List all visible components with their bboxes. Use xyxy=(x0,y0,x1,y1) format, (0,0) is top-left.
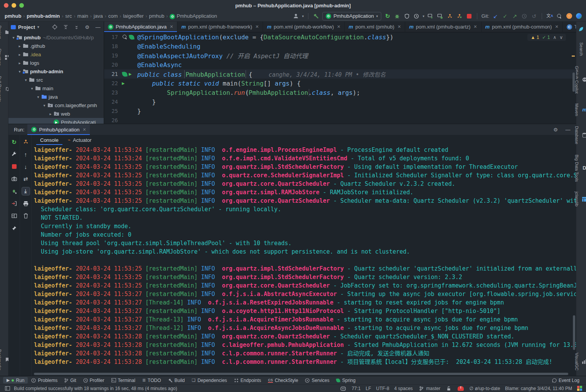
tree-row[interactable]: ▾pmhub-admin xyxy=(8,67,104,76)
thread-dump-camera-icon[interactable] xyxy=(10,175,18,183)
profile-clock-icon[interactable] xyxy=(413,13,420,20)
code-line[interactable]: 18@EnableScheduling xyxy=(104,42,576,51)
tree-chevron-icon[interactable]: ▸ xyxy=(17,44,22,48)
error-cloud-icon[interactable] xyxy=(457,385,464,392)
git-history-icon[interactable] xyxy=(521,13,528,20)
editor-tab[interactable]: mpom.xml (pmhub-quartz)✕ xyxy=(405,22,481,32)
tab-console[interactable]: Console xyxy=(36,135,62,145)
tree-chevron-icon[interactable]: ▾ xyxy=(29,86,35,91)
tab-actuator[interactable]: ⌁Actuator xyxy=(64,135,96,145)
rerun-application-icon[interactable]: ↻ xyxy=(10,138,18,146)
tree-row[interactable]: ▾java xyxy=(8,93,104,101)
code-line[interactable]: 25} xyxy=(104,106,576,116)
code-line[interactable]: 17@SpringBootApplication(exclude = {Data… xyxy=(104,32,576,42)
hide-run-panel-icon[interactable]: — xyxy=(564,126,571,133)
locate-file-icon[interactable] xyxy=(51,24,58,30)
breadcrumb-item[interactable]: pmhub-admin xyxy=(26,13,61,19)
translate-icon[interactable]: 文A xyxy=(546,13,553,20)
editor-tab[interactable]: mpom.xml (pmhub)✕ xyxy=(345,22,405,32)
code-line[interactable]: 19@EnableAspectJAutoProxy // 开启 AspectJ … xyxy=(104,51,576,60)
tree-row[interactable]: ▸.github xyxy=(8,42,104,50)
breadcrumb-item[interactable]: laigeoffer xyxy=(122,13,144,19)
git-branch-widget[interactable]: master xyxy=(418,385,441,392)
coverage-icon[interactable] xyxy=(403,13,410,20)
hide-panel-icon[interactable]: — xyxy=(94,24,101,30)
indent-style[interactable]: 4 spaces xyxy=(394,386,413,391)
close-tab-icon[interactable]: ✕ xyxy=(397,24,401,29)
toolwindow-button-checkstyle[interactable]: CSCheckStyle xyxy=(264,376,301,384)
user-account-icon[interactable] xyxy=(292,13,299,20)
tree-chevron-icon[interactable]: ▾ xyxy=(42,103,47,108)
caret-position[interactable]: 77:1 xyxy=(352,386,360,391)
file-encoding[interactable]: UTF-8 xyxy=(376,386,389,391)
breadcrumb-item[interactable]: com xyxy=(108,13,119,19)
up-stacktrace-icon[interactable]: ↑ xyxy=(22,150,30,158)
unlock-icon[interactable] xyxy=(445,385,452,392)
gutter-search-icon[interactable] xyxy=(122,34,128,40)
git-update-icon[interactable]: ↙ xyxy=(492,13,499,20)
line-separator[interactable]: LF xyxy=(366,386,371,391)
sync-status-widget[interactable]: ∅ ø/up-to-date xyxy=(469,386,500,391)
sidebar-item-search[interactable]: Search xyxy=(579,42,584,56)
notifications-feather-icon[interactable] xyxy=(578,25,585,32)
toolwindow-button-profiler[interactable]: Profiler xyxy=(80,376,108,384)
tree-row[interactable]: ▾com.laigeoffer.pmh xyxy=(8,101,104,109)
scroll-to-end-icon[interactable]: ⇥ xyxy=(22,187,30,195)
panel-settings-gear-icon[interactable]: ⚙ xyxy=(84,24,91,30)
profiler-flame-icon[interactable] xyxy=(446,13,453,20)
run-configuration-selector[interactable]: ⚙ PmhubApplication ▾ xyxy=(322,12,381,20)
profile-dropdown-icon[interactable]: ▾ xyxy=(423,14,424,18)
tree-row[interactable]: ▶PmhubApplicati xyxy=(8,118,104,124)
edit-configuration-wrench-icon[interactable] xyxy=(10,150,18,158)
tree-row[interactable]: ▾pmhub~/Documents/GitHub/p xyxy=(8,33,104,42)
collapse-all-icon[interactable] xyxy=(73,24,80,30)
tree-chevron-icon[interactable]: ▾ xyxy=(23,78,29,82)
tree-row[interactable]: ▾src xyxy=(8,76,104,84)
stop-process-icon[interactable] xyxy=(10,163,18,170)
close-window-button[interactable] xyxy=(4,3,8,8)
code-line[interactable]: 24 } xyxy=(104,97,576,106)
tree-chevron-icon[interactable]: ▾ xyxy=(17,69,22,74)
restore-layout-icon[interactable] xyxy=(10,212,18,220)
gutter-run-icon[interactable]: ▶ xyxy=(129,71,131,77)
tree-row[interactable]: ▸.idea xyxy=(8,50,104,59)
editor-scrollbar-thumb[interactable] xyxy=(573,72,575,92)
toolwindow-button-dependencies[interactable]: ❏Dependencies xyxy=(188,376,231,384)
search-everywhere-icon[interactable] xyxy=(556,13,563,20)
tree-row[interactable]: ▸logs xyxy=(8,59,104,67)
update-classes-icon[interactable] xyxy=(437,13,444,20)
attach-debugger-icon[interactable] xyxy=(10,187,18,195)
sidebar-item-jclasslib[interactable]: jclasslib xyxy=(574,192,586,207)
editor-tab[interactable]: mpom.xml (pmhub-framework)✕ xyxy=(177,22,263,32)
copilot-status-icon[interactable] xyxy=(340,385,347,392)
breadcrumb-item[interactable]: java xyxy=(93,13,104,19)
tree-row[interactable]: ▾main xyxy=(8,84,104,93)
breadcrumb-item[interactable]: pmhub xyxy=(148,13,165,19)
code-line[interactable]: 26 xyxy=(104,116,576,124)
code-line[interactable]: 21▶public class PmhubApplication {canghe… xyxy=(104,69,576,79)
toolwindow-button-todo[interactable]: ≣TODO xyxy=(139,376,165,384)
breadcrumb-item[interactable]: src xyxy=(64,13,72,19)
close-tab-icon[interactable]: ✕ xyxy=(255,24,259,29)
close-tab-icon[interactable]: ✕ xyxy=(473,24,477,29)
sidebar-item-database[interactable]: Database xyxy=(574,126,586,144)
project-view-selector[interactable]: Project ▾ xyxy=(11,24,39,30)
toolwindow-button-problems[interactable]: Problems xyxy=(28,376,61,384)
sidebar-item-big-data-tools[interactable]: D Big Data Tools xyxy=(574,155,586,182)
run-panel-settings-gear-icon[interactable]: ⚙ xyxy=(552,126,559,133)
sidebar-item-visualgc[interactable]: VisualGC xyxy=(574,353,586,370)
git-rollback-icon[interactable]: ↺ xyxy=(530,13,537,20)
gutter-spring-bean-icon[interactable] xyxy=(129,34,135,40)
editor-tab[interactable]: mpom.xml (pmhub-common)✕ xyxy=(482,22,563,32)
code-editor[interactable]: ▲ 1 ✓ 1 ∧ ∨ 17@SpringBootApplication(exc… xyxy=(104,32,576,124)
profiler-flame-lock-icon[interactable] xyxy=(456,13,463,20)
layout-icon[interactable] xyxy=(4,385,11,392)
inspections-widget[interactable]: ▲ 1 ✓ 1 ∧ ∨ xyxy=(527,34,566,41)
disconnect-icon[interactable] xyxy=(10,200,18,207)
toolwindow-button-git[interactable]: Git xyxy=(61,376,79,384)
close-tab-icon[interactable]: ✕ xyxy=(555,24,558,29)
update-running-app-icon[interactable] xyxy=(427,13,434,20)
toolwindow-button-terminal[interactable]: Terminal xyxy=(108,376,139,384)
close-tab-icon[interactable]: ✕ xyxy=(337,24,340,29)
ide-update-icon[interactable]: ↑ xyxy=(566,13,573,20)
